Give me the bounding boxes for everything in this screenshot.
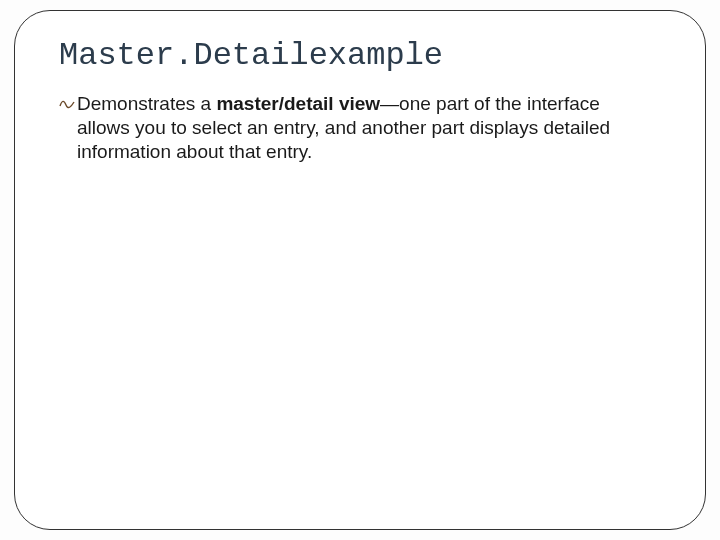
bullet-text: Demonstrates a master/detail view—one pa… [77, 92, 619, 163]
bullet-lead: Demonstrates a [77, 93, 216, 114]
bullet-bold: master/detail view [216, 93, 380, 114]
slide-title: Master.Detailexample [59, 37, 661, 74]
wave-bullet-icon [59, 94, 75, 117]
bullet-item: Demonstrates a master/detail view—one pa… [59, 92, 619, 163]
slide-frame: Master.Detailexample Demonstrates a mast… [14, 10, 706, 530]
